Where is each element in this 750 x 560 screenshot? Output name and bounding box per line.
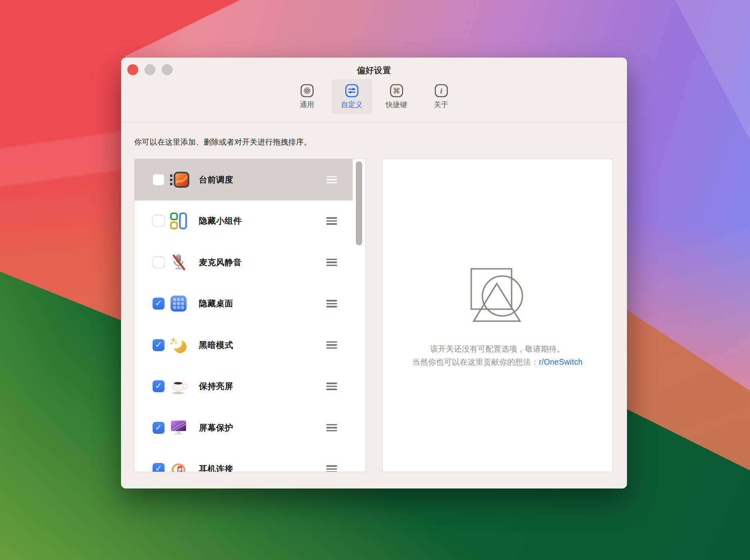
empty-line1: 该开关还没有可配置选项，敬请期待。: [412, 342, 582, 355]
tab-about-label: 关于: [434, 100, 448, 109]
empty-line2-prefix: 当然你也可以在这里贡献你的想法：: [412, 357, 539, 366]
toolbar-divider: [121, 122, 627, 122]
switch-checkbox[interactable]: [153, 380, 165, 392]
tab-general[interactable]: 通用: [287, 79, 327, 114]
switch-row[interactable]: 黑暗模式: [135, 324, 353, 366]
preferences-window: 偏好设置 通用 自定义 ⌘ 快捷键: [121, 58, 627, 489]
tab-shortcuts[interactable]: ⌘ 快捷键: [376, 79, 417, 114]
widgets-icon: [170, 212, 190, 230]
switch-row[interactable]: 隐藏桌面: [135, 283, 353, 325]
tab-shortcuts-label: 快捷键: [386, 100, 407, 109]
drag-handle-icon[interactable]: [326, 341, 337, 349]
svg-text:⌘: ⌘: [393, 87, 400, 95]
switch-checkbox[interactable]: [153, 174, 165, 186]
desktop-grid-icon: [170, 294, 190, 313]
empty-state-message: 该开关还没有可配置选项，敬请期待。 当然你也可以在这里贡献你的想法：r/OneS…: [412, 342, 582, 369]
microphone-muted-icon: [170, 253, 190, 272]
screensaver-icon: [170, 419, 190, 437]
switch-row[interactable]: 屏幕保护: [135, 407, 353, 449]
coffee-icon: [170, 377, 190, 395]
info-icon: i: [435, 84, 448, 97]
switch-label: 保持亮屏: [199, 381, 233, 392]
empty-line2: 当然你也可以在这里贡献你的想法：r/OneSwitch: [412, 355, 582, 369]
svg-text:i: i: [440, 87, 442, 95]
customize-description: 你可以在这里添加、删除或者对开关进行拖拽排序。: [134, 137, 312, 147]
empty-state: 该开关还没有可配置选项，敬请期待。 当然你也可以在这里贡献你的想法：r/OneS…: [383, 268, 612, 369]
shapes-placeholder-icon: [470, 268, 525, 324]
switch-label: 台前调度: [199, 174, 233, 185]
tab-about[interactable]: i 关于: [421, 79, 462, 114]
sliders-icon: [345, 84, 359, 97]
drag-handle-icon[interactable]: [326, 176, 337, 183]
gear-icon: [300, 84, 314, 97]
switch-row[interactable]: 保持亮屏: [135, 366, 353, 407]
switch-detail-panel: 该开关还没有可配置选项，敬请期待。 当然你也可以在这里贡献你的想法：r/OneS…: [382, 159, 613, 472]
switch-label: 麦克风静音: [199, 257, 242, 268]
switch-list: 台前调度 隐藏小组件 麦克风静音: [135, 159, 353, 472]
drag-handle-icon[interactable]: [326, 383, 337, 390]
switch-checkbox[interactable]: [153, 256, 165, 268]
drag-handle-icon[interactable]: [326, 300, 337, 308]
drag-handle-icon[interactable]: [326, 465, 337, 472]
stage-manager-icon: [170, 171, 190, 189]
switch-checkbox[interactable]: [153, 298, 165, 310]
moon-icon: [170, 336, 190, 354]
switch-row[interactable]: 台前调度: [135, 159, 353, 201]
switch-row[interactable]: 耳机连接: [135, 449, 353, 472]
switch-label: 屏幕保护: [199, 422, 233, 433]
switch-checkbox[interactable]: [153, 339, 165, 351]
switch-list-panel: 台前调度 隐藏小组件 麦克风静音: [134, 159, 366, 472]
switch-label: 隐藏小组件: [199, 215, 242, 226]
scrollbar-thumb[interactable]: [356, 161, 362, 245]
window-title: 偏好设置: [121, 65, 627, 76]
drag-handle-icon[interactable]: [326, 424, 337, 431]
toolbar-tabs: 通用 自定义 ⌘ 快捷键 i 关于: [287, 79, 462, 114]
tab-customize-label: 自定义: [341, 100, 363, 109]
switch-row[interactable]: 麦克风静音: [135, 242, 353, 283]
command-icon: ⌘: [390, 84, 403, 97]
oneswitch-link[interactable]: r/OneSwitch: [539, 357, 583, 366]
drag-handle-icon[interactable]: [326, 258, 337, 266]
switch-row[interactable]: 隐藏小组件: [135, 201, 353, 242]
switch-checkbox[interactable]: [153, 463, 165, 472]
switch-checkbox[interactable]: [153, 215, 165, 227]
switch-label: 耳机连接: [199, 463, 233, 472]
tab-general-label: 通用: [300, 100, 314, 109]
headphones-icon: [170, 460, 190, 472]
drag-handle-icon[interactable]: [326, 217, 337, 225]
switch-label: 黑暗模式: [199, 340, 233, 351]
switch-checkbox[interactable]: [153, 422, 165, 434]
switch-label: 隐藏桌面: [199, 298, 233, 309]
tab-customize[interactable]: 自定义: [331, 79, 372, 114]
